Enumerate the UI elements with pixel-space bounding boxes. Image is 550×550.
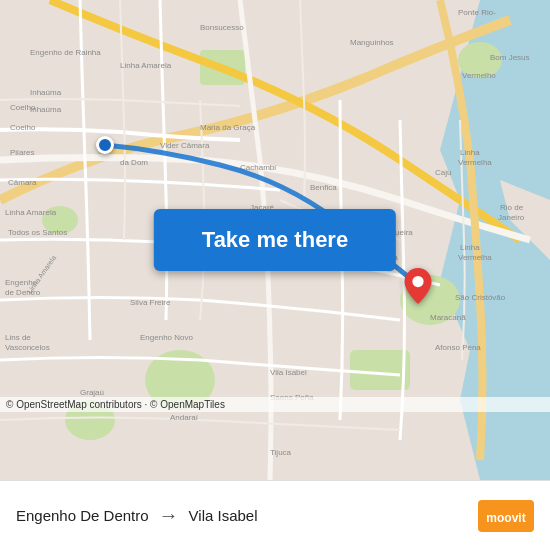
attribution-bar: © OpenStreetMap contributors · © OpenMap… <box>0 397 550 412</box>
svg-text:Janeiro: Janeiro <box>498 213 525 222</box>
svg-text:Linha: Linha <box>460 243 480 252</box>
svg-text:Benfica: Benfica <box>310 183 337 192</box>
take-me-there-button[interactable]: Take me there <box>154 209 396 271</box>
svg-rect-6 <box>350 350 410 390</box>
destination-marker <box>404 268 432 308</box>
svg-text:da Dom: da Dom <box>120 158 148 167</box>
svg-point-58 <box>412 276 423 287</box>
moovit-logo-img: moovit <box>478 500 534 532</box>
svg-text:Todos os Santos: Todos os Santos <box>8 228 67 237</box>
svg-text:Grajaú: Grajaú <box>80 388 104 397</box>
button-overlay: Take me there <box>154 209 396 271</box>
svg-text:Linha Amarela: Linha Amarela <box>5 208 57 217</box>
origin-marker <box>96 136 114 154</box>
svg-text:Manguinhos: Manguinhos <box>350 38 394 47</box>
svg-text:Lins de: Lins de <box>5 333 31 342</box>
route-from: Engenho De Dentro <box>16 507 149 524</box>
svg-text:moovit: moovit <box>486 511 525 525</box>
svg-text:Maria da Graça: Maria da Graça <box>200 123 256 132</box>
route-to: Vila Isabel <box>189 507 258 524</box>
svg-text:Afonso Pena: Afonso Pena <box>435 343 481 352</box>
svg-text:Silva Freire: Silva Freire <box>130 298 171 307</box>
svg-text:Engenho de Rainha: Engenho de Rainha <box>30 48 101 57</box>
svg-text:Bonsucesso: Bonsucesso <box>200 23 244 32</box>
svg-text:Bom Jesus: Bom Jesus <box>490 53 530 62</box>
svg-text:Rio de: Rio de <box>500 203 524 212</box>
moovit-logo: moovit <box>478 500 534 532</box>
svg-text:Cachambi: Cachambi <box>240 163 276 172</box>
svg-text:Coelho: Coelho <box>10 123 36 132</box>
svg-text:Vlder Câmara: Vlder Câmara <box>160 141 210 150</box>
svg-text:Vermelha: Vermelha <box>458 158 492 167</box>
route-arrow: → <box>159 504 179 527</box>
svg-text:Inhaúma: Inhaúma <box>30 105 62 114</box>
svg-text:Engenho Novo: Engenho Novo <box>140 333 193 342</box>
svg-text:Linha Amarela: Linha Amarela <box>120 61 172 70</box>
svg-text:Vermelha: Vermelha <box>458 253 492 262</box>
svg-text:Vermelho: Vermelho <box>462 71 496 80</box>
svg-text:Maracanã: Maracanã <box>430 313 466 322</box>
svg-text:Linha: Linha <box>460 148 480 157</box>
svg-text:Vila Isabel: Vila Isabel <box>270 368 307 377</box>
map-container: Engenho de Rainha Bonsucesso Manguinhos … <box>0 0 550 480</box>
svg-text:Câmara: Câmara <box>8 178 37 187</box>
svg-text:Pilares: Pilares <box>10 148 34 157</box>
svg-text:Andaraí: Andaraí <box>170 413 199 422</box>
bottom-bar: Engenho De Dentro → Vila Isabel moovit <box>0 480 550 550</box>
svg-text:São Cristóvão: São Cristóvão <box>455 293 506 302</box>
svg-text:Tijuca: Tijuca <box>270 448 292 457</box>
svg-text:Inhaúma: Inhaúma <box>30 88 62 97</box>
svg-text:Vasconcelos: Vasconcelos <box>5 343 50 352</box>
svg-text:Ponte Rio-: Ponte Rio- <box>458 8 496 17</box>
attribution-text: © OpenStreetMap contributors · © OpenMap… <box>6 399 225 410</box>
svg-text:Caju: Caju <box>435 168 451 177</box>
